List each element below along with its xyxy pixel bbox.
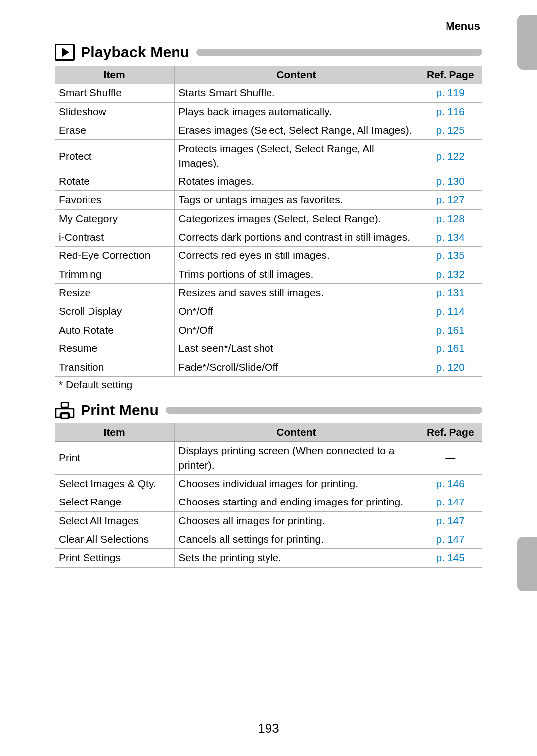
col-content: Content xyxy=(175,423,418,442)
cell-content: Plays back images automatically. xyxy=(175,102,418,121)
cell-item: Select Range xyxy=(55,493,175,511)
cell-ref-page[interactable]: p. 147 xyxy=(418,511,482,530)
cell-item: i-Contrast xyxy=(55,228,175,247)
cell-content: Protects images (Select, Select Range, A… xyxy=(175,140,418,172)
cell-item: Trimming xyxy=(55,265,175,283)
cell-ref-page[interactable]: p. 135 xyxy=(418,247,482,265)
cell-item: My Category xyxy=(55,209,175,228)
cell-item: Transition xyxy=(55,358,175,376)
play-icon xyxy=(55,44,75,61)
print-icon xyxy=(55,402,75,419)
cell-ref-page[interactable]: p. 122 xyxy=(418,140,482,172)
cell-ref-page[interactable]: p. 116 xyxy=(418,102,482,121)
playback-menu-table: Item Content Ref. Page Smart ShuffleStar… xyxy=(55,66,482,377)
table-row: EraseErases images (Select, Select Range… xyxy=(55,121,482,140)
cell-item: Resume xyxy=(55,339,175,358)
table-header-row: Item Content Ref. Page xyxy=(55,423,482,442)
cell-ref-page[interactable]: p. 114 xyxy=(418,302,482,321)
table-row: Print SettingsSets the printing style.p.… xyxy=(55,549,482,567)
cell-ref-page[interactable]: p. 127 xyxy=(418,191,482,209)
cell-ref-page[interactable]: p. 161 xyxy=(418,339,482,358)
cell-ref-page[interactable]: p. 147 xyxy=(418,530,482,548)
cell-ref-page[interactable]: p. 125 xyxy=(418,121,482,140)
cell-item: Print Settings xyxy=(55,549,175,567)
table-row: Clear All SelectionsCancels all settings… xyxy=(55,530,482,548)
cell-content: Fade*/Scroll/Slide/Off xyxy=(175,358,418,376)
cell-content: Categorizes images (Select, Select Range… xyxy=(175,209,418,228)
table-row: i-ContrastCorrects dark portions and con… xyxy=(55,228,482,247)
cell-item: Protect xyxy=(55,140,175,172)
cell-content: On*/Off xyxy=(175,302,418,321)
table-row: TrimmingTrims portions of still images.p… xyxy=(55,265,482,283)
print-menu-table: Item Content Ref. Page PrintDisplays pri… xyxy=(55,423,482,568)
playback-menu-heading: Playback Menu xyxy=(55,44,482,61)
table-row: Select RangeChooses starting and ending … xyxy=(55,493,482,511)
heading-rule xyxy=(196,49,482,56)
cell-item: Scroll Display xyxy=(55,302,175,321)
table-row: Scroll DisplayOn*/Offp. 114 xyxy=(55,302,482,321)
cell-ref-page[interactable]: p. 120 xyxy=(418,358,482,376)
col-item: Item xyxy=(55,423,175,442)
cell-item: Slideshow xyxy=(55,102,175,121)
cell-content: On*/Off xyxy=(175,321,418,339)
print-menu-heading: Print Menu xyxy=(55,402,482,419)
table-row: Auto RotateOn*/Offp. 161 xyxy=(55,321,482,339)
cell-item: Auto Rotate xyxy=(55,321,175,339)
cell-item: Resize xyxy=(55,284,175,302)
cell-ref-page[interactable]: p. 147 xyxy=(418,493,482,511)
cell-content: Displays printing screen (When connected… xyxy=(175,442,418,475)
table-row: SlideshowPlays back images automatically… xyxy=(55,102,482,121)
playback-menu-title: Playback Menu xyxy=(81,44,189,61)
cell-ref-page[interactable]: p. 145 xyxy=(418,549,482,567)
table-row: PrintDisplays printing screen (When conn… xyxy=(55,442,482,475)
table-row: FavoritesTags or untags images as favori… xyxy=(55,191,482,209)
cell-content: Corrects red eyes in still images. xyxy=(175,247,418,265)
cell-ref-page[interactable]: p. 130 xyxy=(418,172,482,191)
table-row: ResizeResizes and saves still images.p. … xyxy=(55,284,482,302)
table-row: RotateRotates images.p. 130 xyxy=(55,172,482,191)
cell-item: Rotate xyxy=(55,172,175,191)
cell-item: Select Images & Qty. xyxy=(55,474,175,493)
cell-item: Red-Eye Correction xyxy=(55,247,175,265)
cell-content: Chooses individual images for printing. xyxy=(175,474,418,493)
table-row: Select All ImagesChooses all images for … xyxy=(55,511,482,530)
cell-content: Last seen*/Last shot xyxy=(175,339,418,358)
cell-content: Erases images (Select, Select Range, All… xyxy=(175,121,418,140)
col-content: Content xyxy=(175,66,418,84)
cell-content: Rotates images. xyxy=(175,172,418,191)
cell-item: Clear All Selections xyxy=(55,530,175,548)
cell-content: Corrects dark portions and contrast in s… xyxy=(175,228,418,247)
side-tab-bottom xyxy=(517,537,537,591)
cell-content: Trims portions of still images. xyxy=(175,265,418,283)
svg-rect-0 xyxy=(61,402,68,407)
table-row: My CategoryCategorizes images (Select, S… xyxy=(55,209,482,228)
cell-ref-page: — xyxy=(418,442,482,475)
table-header-row: Item Content Ref. Page xyxy=(55,66,482,84)
cell-ref-page[interactable]: p. 161 xyxy=(418,321,482,339)
table-row: ProtectProtects images (Select, Select R… xyxy=(55,140,482,172)
table-row: Smart ShuffleStarts Smart Shuffle.p. 119 xyxy=(55,84,482,102)
cell-content: Chooses starting and ending images for p… xyxy=(175,493,418,511)
cell-content: Chooses all images for printing. xyxy=(175,511,418,530)
side-tab-top xyxy=(517,15,537,70)
cell-content: Starts Smart Shuffle. xyxy=(175,84,418,102)
cell-content: Resizes and saves still images. xyxy=(175,284,418,302)
col-item: Item xyxy=(55,66,175,84)
cell-content: Cancels all settings for printing. xyxy=(175,530,418,548)
cell-content: Tags or untags images as favorites. xyxy=(175,191,418,209)
cell-ref-page[interactable]: p. 128 xyxy=(418,209,482,228)
cell-item: Smart Shuffle xyxy=(55,84,175,102)
cell-ref-page[interactable]: p. 134 xyxy=(418,228,482,247)
cell-ref-page[interactable]: p. 146 xyxy=(418,474,482,493)
table-row: Red-Eye CorrectionCorrects red eyes in s… xyxy=(55,247,482,265)
cell-ref-page[interactable]: p. 119 xyxy=(418,84,482,102)
heading-rule xyxy=(166,407,482,414)
default-setting-footnote: * Default setting xyxy=(59,379,482,391)
table-row: ResumeLast seen*/Last shotp. 161 xyxy=(55,339,482,358)
cell-ref-page[interactable]: p. 132 xyxy=(418,265,482,283)
cell-content: Sets the printing style. xyxy=(175,549,418,567)
page-number: 193 xyxy=(0,721,537,736)
cell-ref-page[interactable]: p. 131 xyxy=(418,284,482,302)
col-ref: Ref. Page xyxy=(418,66,482,84)
page-section-label: Menus xyxy=(55,20,482,33)
